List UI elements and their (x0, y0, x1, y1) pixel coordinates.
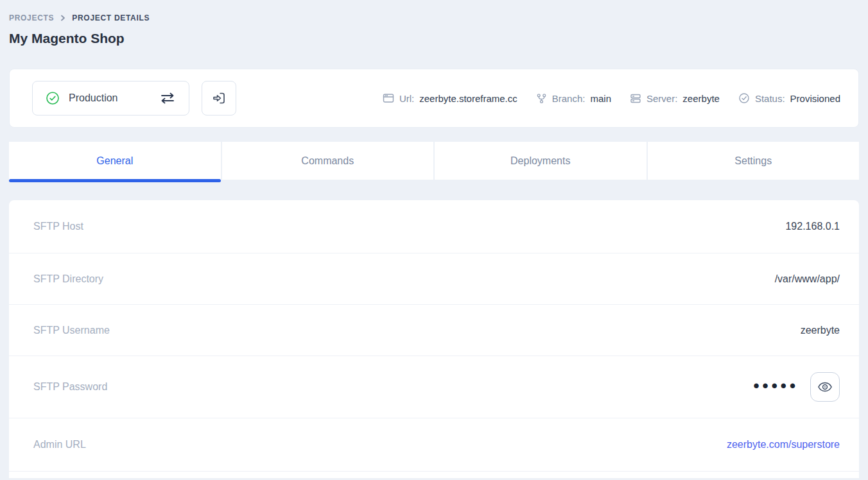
info-server-label: Server: (647, 93, 677, 104)
row-label: SFTP Username (33, 325, 110, 336)
project-details-page: PROJECTS PROJECT DETAILS My Magento Shop… (0, 0, 868, 478)
info-url-value: zeerbyte.storeframe.cc (419, 93, 517, 104)
tab-commands[interactable]: Commands (222, 142, 434, 180)
info-server-value: zeerbyte (682, 93, 720, 104)
check-circle-icon (46, 91, 60, 105)
info-branch: Branch: main (536, 93, 611, 104)
breadcrumb: PROJECTS PROJECT DETAILS (9, 13, 859, 22)
breadcrumb-project-details: PROJECT DETAILS (72, 13, 150, 22)
info-url-label: Url: (399, 93, 414, 104)
ssh-login-button[interactable] (202, 81, 236, 116)
breadcrumb-projects[interactable]: PROJECTS (9, 13, 54, 22)
browser-icon (383, 92, 394, 104)
table-row-partial (9, 472, 859, 478)
row-label: SFTP Password (33, 381, 107, 393)
environment-info: Url: zeerbyte.storeframe.cc Branch: main (383, 92, 840, 104)
info-status-label: Status: (755, 93, 785, 104)
row-value: zeerbyte (801, 325, 840, 336)
table-row-sftp-username: SFTP Username zeerbyte (9, 305, 859, 356)
general-details-card: SFTP Host 192.168.0.1 SFTP Directory /va… (9, 200, 859, 478)
tab-settings[interactable]: Settings (648, 142, 860, 180)
tab-deployments[interactable]: Deployments (435, 142, 647, 180)
status-check-icon (738, 92, 750, 104)
row-value: 192.168.0.1 (785, 221, 840, 232)
tab-general[interactable]: General (9, 142, 221, 180)
git-branch-icon (536, 93, 547, 104)
environment-toolbar: Production (9, 69, 859, 128)
table-row-sftp-password: SFTP Password ••••• (9, 356, 859, 418)
environment-label: Production (69, 92, 150, 104)
log-in-icon (212, 91, 226, 105)
info-branch-value: main (590, 93, 611, 104)
info-branch-label: Branch: (552, 93, 586, 104)
table-row-admin-url: Admin URL zeerbyte.com/superstore (9, 418, 859, 472)
page-header: PROJECTS PROJECT DETAILS My Magento Shop (9, 0, 859, 46)
environment-switcher-button[interactable]: Production (32, 81, 189, 116)
password-masked-value: ••••• (753, 377, 799, 394)
tab-bar: General Commands Deployments Settings (9, 142, 859, 180)
server-icon (630, 92, 641, 104)
row-value: /var/www/app/ (775, 273, 840, 285)
info-url: Url: zeerbyte.storeframe.cc (383, 92, 517, 104)
table-row-sftp-directory: SFTP Directory /var/www/app/ (9, 253, 859, 305)
row-label: SFTP Directory (33, 273, 103, 285)
page-title: My Magento Shop (9, 31, 859, 46)
swap-arrows-icon (159, 92, 176, 105)
info-server: Server: zeerbyte (630, 92, 720, 104)
admin-url-link[interactable]: zeerbyte.com/superstore (727, 439, 840, 450)
eye-icon (817, 379, 833, 395)
info-status-value: Provisioned (790, 93, 840, 104)
info-status: Status: Provisioned (738, 92, 840, 104)
row-label: SFTP Host (33, 221, 83, 232)
chevron-right-icon (60, 15, 66, 21)
reveal-password-button[interactable] (810, 372, 840, 402)
table-row-sftp-host: SFTP Host 192.168.0.1 (9, 200, 859, 253)
row-label: Admin URL (33, 439, 86, 450)
